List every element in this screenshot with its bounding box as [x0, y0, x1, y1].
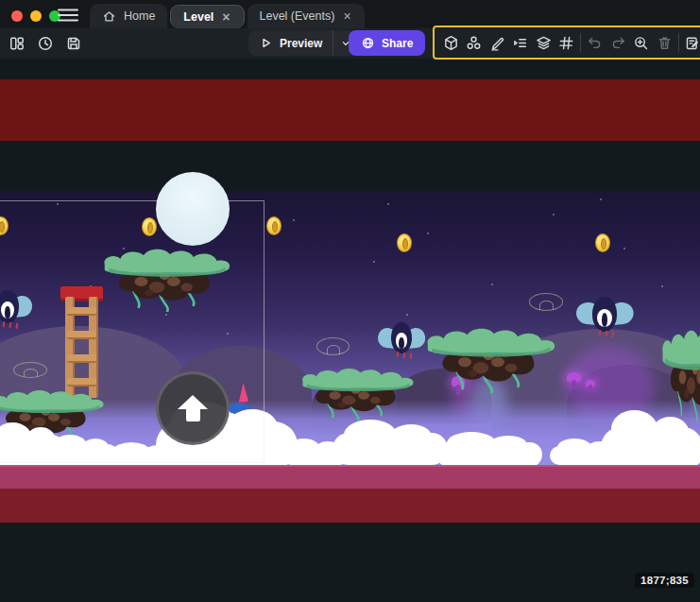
- share-button[interactable]: Share: [349, 30, 425, 56]
- up-arrow-icon: [186, 408, 200, 421]
- app-window: 1877;835: [0, 0, 700, 602]
- history-icon[interactable]: [36, 34, 55, 53]
- play-icon: [259, 36, 273, 50]
- layers-icon[interactable]: [534, 33, 553, 52]
- highlighted-toolbar-group: [433, 26, 700, 60]
- star: [373, 261, 375, 263]
- project-manager-icon[interactable]: [8, 34, 26, 53]
- coin[interactable]: [397, 233, 412, 252]
- toolbar-divider: [678, 33, 679, 52]
- menu-icon[interactable]: [58, 8, 78, 23]
- scene-canvas[interactable]: 1877;835: [0, 0, 700, 602]
- eye-outline-decoration: [529, 293, 563, 311]
- glow-mushroom: [567, 372, 581, 389]
- redo-icon[interactable]: [608, 33, 627, 52]
- glow-mushroom: [586, 380, 595, 391]
- up-arrow-icon: [178, 395, 208, 409]
- bat-eye: [396, 333, 408, 349]
- 3d-box-icon[interactable]: [441, 33, 460, 52]
- grid-icon[interactable]: [557, 33, 576, 52]
- star: [623, 248, 625, 249]
- trash-icon[interactable]: [655, 33, 674, 52]
- star: [553, 214, 555, 215]
- traffic-lights: [11, 10, 60, 22]
- save-icon[interactable]: [64, 34, 83, 53]
- toolbar-left-group: [8, 31, 83, 56]
- cloud: [333, 433, 448, 465]
- star: [406, 314, 408, 316]
- home-icon: [102, 9, 116, 24]
- coin[interactable]: [266, 216, 282, 235]
- preview-button[interactable]: Preview: [248, 30, 333, 56]
- edit-scene-properties-icon[interactable]: [683, 33, 700, 52]
- minimize-window-button[interactable]: [30, 10, 42, 22]
- share-label: Share: [382, 37, 413, 50]
- tab-label: Level: [183, 10, 213, 24]
- star: [600, 198, 602, 200]
- globe-icon: [361, 36, 375, 50]
- star: [387, 203, 389, 205]
- cursor-coordinates-badge: 1877;835: [635, 573, 694, 588]
- bat-body: [391, 322, 412, 353]
- bat-enemy[interactable]: [578, 297, 631, 335]
- ground-band[interactable]: [0, 465, 700, 490]
- star: [661, 285, 663, 287]
- jump-control-button[interactable]: [156, 371, 230, 445]
- tab-label: Level (Events): [260, 9, 335, 23]
- tab-level[interactable]: Level ×: [170, 5, 244, 28]
- toolbar: Preview Share: [0, 28, 700, 59]
- bat-eye: [597, 309, 612, 327]
- bat-body: [592, 297, 618, 332]
- star: [293, 219, 295, 221]
- tab-level-events[interactable]: Level (Events) ×: [248, 4, 365, 28]
- coin[interactable]: [595, 233, 610, 252]
- preview-button-group: Preview: [248, 30, 358, 56]
- zoom-in-icon[interactable]: [632, 33, 651, 52]
- titlebar: Home Level × Level (Events) ×: [0, 0, 700, 28]
- tab-bar: Home Level × Level (Events) ×: [90, 2, 365, 28]
- object-groups-icon[interactable]: [465, 33, 484, 52]
- tab-home[interactable]: Home: [90, 4, 167, 28]
- close-tab-icon[interactable]: ×: [221, 10, 230, 24]
- close-window-button[interactable]: [11, 10, 23, 22]
- edit-objects-icon[interactable]: [487, 33, 506, 52]
- red-hazard-band-bottom[interactable]: [0, 489, 700, 523]
- cloud: [436, 442, 542, 467]
- star: [491, 284, 493, 285]
- preview-label: Preview: [280, 37, 322, 50]
- floating-platform[interactable]: [425, 329, 557, 389]
- undo-icon[interactable]: [586, 33, 605, 52]
- close-tab-icon[interactable]: ×: [342, 9, 351, 23]
- eye-outline-decoration: [316, 337, 350, 355]
- tab-label: Home: [124, 9, 155, 23]
- cloud: [667, 442, 700, 467]
- star: [427, 232, 429, 234]
- red-hazard-band-top[interactable]: [0, 79, 700, 141]
- floating-platform[interactable]: [661, 331, 700, 416]
- toolbar-divider: [580, 33, 581, 52]
- floating-platform[interactable]: [300, 369, 416, 418]
- instances-list-icon[interactable]: [511, 33, 530, 52]
- moon: [156, 172, 230, 246]
- bat-enemy[interactable]: [380, 322, 423, 356]
